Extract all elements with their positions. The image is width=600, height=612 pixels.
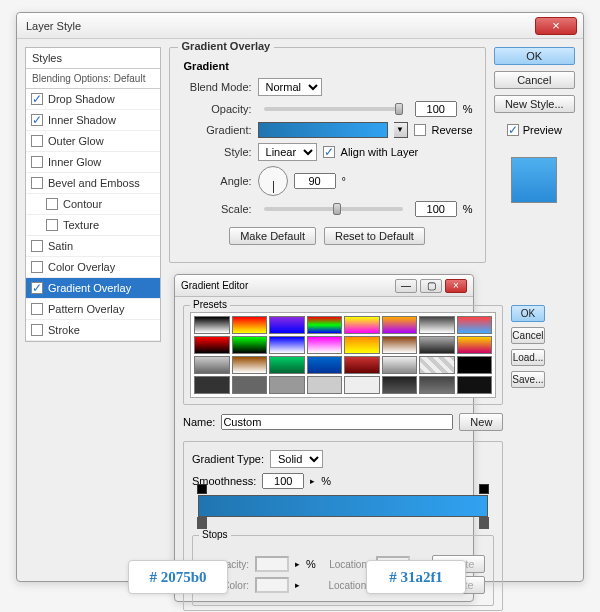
style-checkbox[interactable] [46,219,58,231]
preset-swatch[interactable] [344,356,380,374]
preset-swatch[interactable] [457,356,493,374]
new-gradient-button[interactable]: New [459,413,503,431]
style-item-bevel-and-emboss[interactable]: Bevel and Emboss [26,173,160,194]
editor-close-icon[interactable]: × [445,279,467,293]
style-item-contour[interactable]: Contour [26,194,160,215]
gradient-swatch[interactable] [258,122,388,138]
preset-swatch[interactable] [382,336,418,354]
style-checkbox[interactable] [31,282,43,294]
new-style-button[interactable]: New Style... [494,95,575,113]
preset-swatch[interactable] [419,316,455,334]
opacity-label: Opacity: [182,103,252,115]
reset-default-button[interactable]: Reset to Default [324,227,425,245]
style-item-color-overlay[interactable]: Color Overlay [26,257,160,278]
style-item-texture[interactable]: Texture [26,215,160,236]
gradient-bar[interactable] [198,495,488,517]
style-checkbox[interactable] [31,261,43,273]
preset-swatch[interactable] [307,316,343,334]
blending-options[interactable]: Blending Options: Default [26,69,160,89]
scale-input[interactable] [415,201,457,217]
preset-swatch[interactable] [382,356,418,374]
gradient-dropdown-icon[interactable]: ▼ [394,122,408,138]
preset-swatch[interactable] [419,336,455,354]
preset-swatch[interactable] [419,376,455,394]
opacity-input[interactable] [415,101,457,117]
style-item-outer-glow[interactable]: Outer Glow [26,131,160,152]
style-checkbox[interactable] [46,198,58,210]
preset-swatch[interactable] [269,356,305,374]
smoothness-drop-icon[interactable]: ▸ [310,476,315,486]
preset-swatch[interactable] [307,376,343,394]
cancel-button[interactable]: Cancel [494,71,575,89]
angle-dial[interactable] [258,166,288,196]
style-checkbox[interactable] [31,240,43,252]
preset-swatch[interactable] [232,336,268,354]
style-label: Pattern Overlay [48,303,124,315]
style-item-gradient-overlay[interactable]: Gradient Overlay [26,278,160,299]
angle-input[interactable] [294,173,336,189]
style-checkbox[interactable] [31,93,43,105]
titlebar[interactable]: Layer Style × [17,13,583,39]
editor-cancel-button[interactable]: Cancel [511,327,544,344]
make-default-button[interactable]: Make Default [229,227,316,245]
style-checkbox[interactable] [31,303,43,315]
preset-swatch[interactable] [457,376,493,394]
style-checkbox[interactable] [31,156,43,168]
style-checkbox[interactable] [31,177,43,189]
scale-slider[interactable] [264,207,403,211]
preset-swatch[interactable] [307,356,343,374]
preset-swatch[interactable] [194,336,230,354]
preset-swatch[interactable] [232,356,268,374]
preset-swatch[interactable] [232,316,268,334]
style-item-drop-shadow[interactable]: Drop Shadow [26,89,160,110]
maximize-icon[interactable]: ▢ [420,279,442,293]
gradient-name-input[interactable] [221,414,453,430]
preset-swatch[interactable] [307,336,343,354]
style-checkbox[interactable] [31,135,43,147]
editor-ok-button[interactable]: OK [511,305,544,322]
preset-swatch[interactable] [269,376,305,394]
grad-type-select[interactable]: Solid [270,450,323,468]
preset-swatch[interactable] [457,316,493,334]
align-checkbox[interactable] [323,146,335,158]
reverse-checkbox[interactable] [414,124,426,136]
ok-button[interactable]: OK [494,47,575,65]
preview-checkbox[interactable] [507,124,519,136]
preset-swatch[interactable] [269,336,305,354]
style-item-pattern-overlay[interactable]: Pattern Overlay [26,299,160,320]
preset-swatch[interactable] [194,356,230,374]
style-item-inner-shadow[interactable]: Inner Shadow [26,110,160,131]
style-checkbox[interactable] [31,324,43,336]
preset-swatch[interactable] [344,376,380,394]
preview-label: Preview [523,124,562,136]
opacity-slider[interactable] [264,107,403,111]
preset-swatch[interactable] [382,376,418,394]
editor-titlebar[interactable]: Gradient Editor — ▢ × [175,275,473,297]
preset-swatch[interactable] [382,316,418,334]
preset-swatch[interactable] [269,316,305,334]
style-item-stroke[interactable]: Stroke [26,320,160,341]
style-item-inner-glow[interactable]: Inner Glow [26,152,160,173]
preset-swatch[interactable] [457,336,493,354]
styles-header[interactable]: Styles [26,48,160,69]
style-select[interactable]: Linear [258,143,317,161]
style-checkbox[interactable] [31,114,43,126]
preset-swatch[interactable] [344,336,380,354]
smoothness-input[interactable] [262,473,304,489]
close-icon[interactable]: × [535,17,577,35]
editor-load-button[interactable]: Load... [511,349,544,366]
opacity-stop-left[interactable] [197,484,207,494]
preset-swatch[interactable] [344,316,380,334]
blend-mode-select[interactable]: Normal [258,78,322,96]
preset-swatch[interactable] [194,316,230,334]
preset-swatch[interactable] [419,356,455,374]
preset-grid[interactable] [190,312,496,398]
preset-swatch[interactable] [194,376,230,394]
editor-save-button[interactable]: Save... [511,371,544,388]
minimize-icon[interactable]: — [395,279,417,293]
style-item-satin[interactable]: Satin [26,236,160,257]
color-stop-right[interactable] [479,517,489,529]
opacity-stop-right[interactable] [479,484,489,494]
color-stop-left[interactable] [197,517,207,529]
preset-swatch[interactable] [232,376,268,394]
